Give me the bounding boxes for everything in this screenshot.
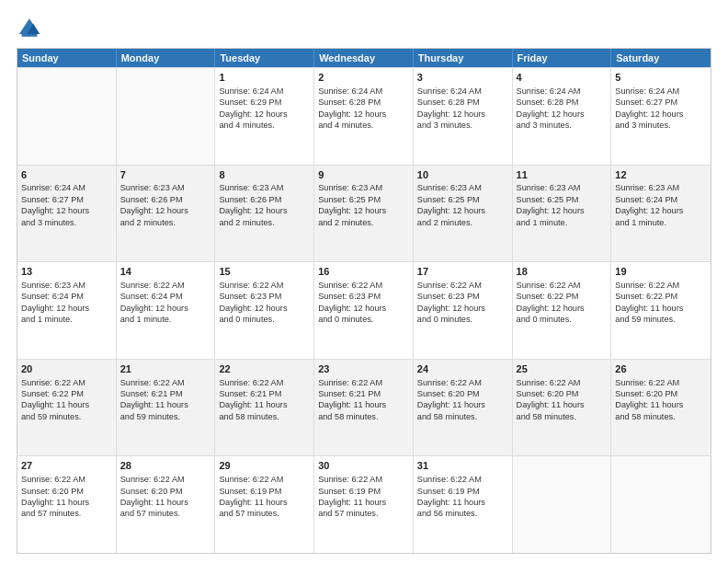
day-info: Daylight: 12 hours — [219, 205, 310, 216]
day-number: 4 — [517, 71, 608, 85]
cal-cell: 14Sunrise: 6:22 AMSunset: 6:24 PMDayligh… — [117, 262, 216, 359]
day-info: and 3 minutes. — [21, 217, 112, 228]
day-info: Daylight: 12 hours — [120, 303, 211, 314]
day-info: Daylight: 11 hours — [219, 497, 310, 508]
day-info: and 0 minutes. — [318, 314, 409, 325]
cal-cell: 23Sunrise: 6:22 AMSunset: 6:21 PMDayligh… — [314, 360, 414, 456]
day-info: Sunrise: 6:22 AM — [517, 280, 608, 291]
logo-icon — [17, 15, 42, 40]
day-number: 11 — [517, 168, 608, 182]
day-info: Sunset: 6:28 PM — [417, 97, 508, 108]
day-info: and 2 minutes. — [219, 217, 310, 228]
cal-row: 20Sunrise: 6:22 AMSunset: 6:22 PMDayligh… — [17, 359, 711, 456]
day-number: 9 — [318, 168, 409, 182]
day-info: Daylight: 12 hours — [21, 205, 112, 216]
day-info: and 59 minutes. — [21, 411, 112, 422]
day-number: 3 — [417, 71, 508, 85]
day-info: Sunset: 6:28 PM — [318, 97, 409, 108]
day-info: Sunrise: 6:22 AM — [318, 280, 409, 291]
day-info: and 1 minute. — [517, 217, 608, 228]
day-info: Sunrise: 6:23 AM — [120, 182, 211, 193]
day-info: Sunset: 6:21 PM — [120, 388, 211, 399]
day-info: Sunrise: 6:22 AM — [120, 474, 211, 485]
day-info: Sunset: 6:20 PM — [120, 486, 211, 497]
day-info: Sunset: 6:25 PM — [517, 194, 608, 205]
day-number: 23 — [318, 362, 409, 376]
day-info: Daylight: 12 hours — [219, 109, 310, 120]
day-number: 16 — [318, 265, 409, 279]
day-info: Sunrise: 6:23 AM — [318, 182, 409, 193]
day-number: 6 — [21, 168, 112, 182]
cal-cell: 8Sunrise: 6:23 AMSunset: 6:26 PMDaylight… — [215, 166, 314, 262]
day-info: Daylight: 11 hours — [417, 399, 508, 410]
cal-cell: 21Sunrise: 6:22 AMSunset: 6:21 PMDayligh… — [117, 360, 216, 456]
day-number: 26 — [615, 362, 707, 376]
day-info: Sunset: 6:19 PM — [318, 486, 409, 497]
day-info: and 0 minutes. — [417, 314, 508, 325]
cal-cell: 25Sunrise: 6:22 AMSunset: 6:20 PMDayligh… — [513, 360, 612, 456]
day-info: Sunset: 6:20 PM — [517, 388, 608, 399]
day-info: Sunset: 6:22 PM — [517, 291, 608, 302]
day-info: and 57 minutes. — [120, 508, 211, 519]
day-info: Sunset: 6:22 PM — [615, 291, 707, 302]
cal-cell — [611, 456, 711, 553]
day-info: and 58 minutes. — [517, 411, 608, 422]
day-number: 22 — [219, 362, 310, 376]
day-info: Sunset: 6:23 PM — [318, 291, 409, 302]
day-info: Daylight: 12 hours — [615, 205, 707, 216]
day-number: 19 — [615, 265, 707, 279]
cal-cell: 15Sunrise: 6:22 AMSunset: 6:23 PMDayligh… — [215, 262, 314, 359]
day-info: and 3 minutes. — [517, 120, 608, 131]
day-info: Sunset: 6:28 PM — [517, 97, 608, 108]
day-info: Sunrise: 6:24 AM — [517, 86, 608, 97]
day-info: Sunset: 6:22 PM — [21, 388, 112, 399]
day-info: Sunset: 6:26 PM — [219, 194, 310, 205]
day-info: Daylight: 11 hours — [517, 399, 608, 410]
day-info: Daylight: 12 hours — [318, 205, 409, 216]
day-info: Daylight: 11 hours — [120, 399, 211, 410]
cal-cell: 27Sunrise: 6:22 AMSunset: 6:20 PMDayligh… — [17, 456, 117, 553]
cal-cell: 11Sunrise: 6:23 AMSunset: 6:25 PMDayligh… — [513, 166, 612, 262]
day-info: and 4 minutes. — [219, 120, 310, 131]
day-info: Sunrise: 6:23 AM — [21, 280, 112, 291]
day-info: and 58 minutes. — [219, 411, 310, 422]
day-info: Sunset: 6:23 PM — [219, 291, 310, 302]
day-number: 8 — [219, 168, 310, 182]
day-info: Sunset: 6:27 PM — [21, 194, 112, 205]
cal-cell: 7Sunrise: 6:23 AMSunset: 6:26 PMDaylight… — [117, 166, 216, 262]
day-info: Daylight: 12 hours — [318, 303, 409, 314]
day-info: and 56 minutes. — [417, 508, 508, 519]
calendar-header: SundayMondayTuesdayWednesdayThursdayFrid… — [17, 49, 711, 67]
day-number: 20 — [21, 362, 112, 376]
day-info: Daylight: 12 hours — [21, 303, 112, 314]
day-info: Daylight: 11 hours — [318, 399, 409, 410]
cal-cell: 4Sunrise: 6:24 AMSunset: 6:28 PMDaylight… — [513, 68, 612, 165]
day-info: and 1 minute. — [21, 314, 112, 325]
cal-row: 27Sunrise: 6:22 AMSunset: 6:20 PMDayligh… — [17, 455, 711, 553]
cal-header-day: Friday — [513, 49, 612, 67]
day-number: 24 — [417, 362, 508, 376]
cal-cell: 18Sunrise: 6:22 AMSunset: 6:22 PMDayligh… — [513, 262, 612, 359]
day-info: and 58 minutes. — [615, 411, 707, 422]
day-info: Sunset: 6:19 PM — [417, 486, 508, 497]
day-info: and 58 minutes. — [417, 411, 508, 422]
cal-cell: 16Sunrise: 6:22 AMSunset: 6:23 PMDayligh… — [314, 262, 414, 359]
day-number: 14 — [120, 265, 211, 279]
day-number: 21 — [120, 362, 211, 376]
day-number: 30 — [318, 459, 409, 473]
cal-cell: 24Sunrise: 6:22 AMSunset: 6:20 PMDayligh… — [414, 360, 513, 456]
day-number: 13 — [21, 265, 112, 279]
calendar: SundayMondayTuesdayWednesdayThursdayFrid… — [17, 48, 711, 554]
calendar-body: 1Sunrise: 6:24 AMSunset: 6:29 PMDaylight… — [17, 67, 711, 553]
cal-header-day: Tuesday — [215, 49, 314, 67]
day-info: Sunrise: 6:23 AM — [417, 182, 508, 193]
day-info: and 2 minutes. — [318, 217, 409, 228]
day-info: and 59 minutes. — [120, 411, 211, 422]
day-info: and 3 minutes. — [417, 120, 508, 131]
cal-cell: 12Sunrise: 6:23 AMSunset: 6:24 PMDayligh… — [611, 166, 711, 262]
cal-cell: 2Sunrise: 6:24 AMSunset: 6:28 PMDaylight… — [314, 68, 414, 165]
day-number: 10 — [417, 168, 508, 182]
day-info: and 0 minutes. — [517, 314, 608, 325]
day-number: 28 — [120, 459, 211, 473]
day-info: Daylight: 12 hours — [318, 109, 409, 120]
